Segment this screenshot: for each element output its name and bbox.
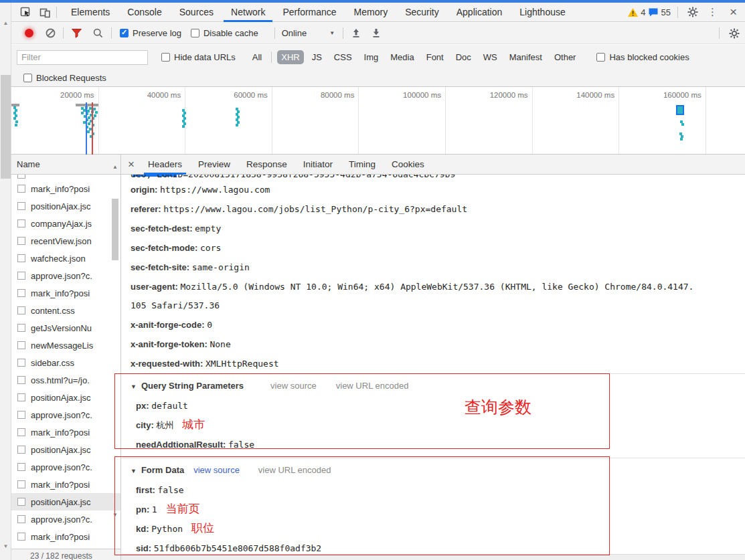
page-scrollbar-thumb[interactable] [1,75,11,179]
record-button[interactable] [25,29,33,37]
detail-tab-initiator[interactable]: Initiator [295,155,341,175]
tab-application[interactable]: Application [448,3,511,22]
request-row[interactable]: oss.html?u=/jo. [11,371,120,389]
fd-view-source-link[interactable]: view source [193,465,240,475]
blocked-requests-label: Blocked Requests [36,73,106,83]
request-row[interactable]: mark_info?posi [11,424,120,441]
detail-tab-preview[interactable]: Preview [190,155,238,175]
request-name: mark_info?posi [31,184,90,194]
request-row[interactable]: sidebar.css [11,354,120,371]
search-icon[interactable] [93,28,103,38]
tab-network[interactable]: Network [222,3,274,22]
type-filter-js[interactable]: JS [308,50,326,64]
timeline-divider [185,87,185,154]
scroll-up-icon[interactable]: ▲ [111,164,119,170]
preserve-log-checkbox[interactable] [120,29,129,37]
clear-icon[interactable] [46,28,56,38]
qsp-view-source-link[interactable]: view source [270,381,317,391]
detail-tab-cookies[interactable]: Cookies [384,155,432,175]
type-filter-css[interactable]: CSS [330,50,356,64]
request-row[interactable]: content.css [11,302,120,319]
warning-icon[interactable] [627,7,639,17]
header-name: x-anit-forge-token: [131,339,210,349]
request-row[interactable]: mark_info?posi [11,180,120,197]
export-har-icon[interactable] [371,28,381,38]
message-count[interactable]: 55 [661,7,670,17]
detail-tab-headers[interactable]: Headers [140,155,190,175]
blocked-requests-checkbox[interactable] [23,74,32,82]
section-divider [121,373,745,374]
timeline-overview[interactable]: 20000 ms40000 ms60000 ms80000 ms100000 m… [11,87,745,155]
request-row[interactable]: positionAjax.jsc [11,197,120,215]
settings-gear-icon[interactable] [682,7,703,17]
scroll-up-icon[interactable]: ▲ [0,20,11,27]
request-row[interactable]: recentView.json [11,232,120,250]
kebab-menu-icon[interactable]: ⋮ [703,6,722,18]
header-line: x-requested-with: XMLHttpRequest [131,354,745,373]
page-scrollbar[interactable]: ▲ ▼ [0,3,11,560]
type-filter-all[interactable]: All [248,50,266,64]
filter-bar: Hide data URLs AllXHRJSCSSImgMediaFontDo… [11,45,745,70]
request-file-icon [17,463,25,471]
qsp-view-url-encoded-link[interactable]: view URL encoded [336,381,409,391]
triangle-down-icon[interactable]: ▼ [131,468,137,474]
request-list-scrollbar[interactable]: ▲ ▼ [111,155,119,529]
request-scrollbar-thumb[interactable] [112,199,118,260]
header-value: https://www.lagou.com [160,185,270,195]
type-filter-manifest[interactable]: Manifest [505,50,546,64]
triangle-down-icon[interactable]: ▼ [131,383,137,390]
fd-view-url-encoded-link[interactable]: view URL encoded [258,465,331,475]
type-filter-xhr[interactable]: XHR [277,50,303,64]
request-row[interactable]: getJsVersionNu [11,319,120,337]
request-row[interactable]: positionAjax.jsc [11,493,120,510]
request-row[interactable]: companyAjax.js [11,215,120,232]
type-filter-other[interactable]: Other [550,50,580,64]
request-row[interactable]: positionAjax.jsc [11,441,120,458]
import-har-icon[interactable] [351,28,361,38]
hide-data-urls-checkbox[interactable] [161,53,170,62]
request-row[interactable]: mark_info?posi [11,528,120,545]
request-row[interactable]: mark_info?posi [11,476,120,493]
tab-sources[interactable]: Sources [171,3,222,22]
request-row[interactable]: newMessageLis [11,337,120,354]
request-row[interactable]: approve.json?c. [11,267,120,284]
name-column-header[interactable]: Name [11,155,120,175]
filter-input[interactable] [17,50,148,65]
device-toolbar-icon[interactable] [39,7,51,18]
request-row[interactable]: approve.json?c. [11,406,120,424]
inspect-element-icon[interactable] [20,7,31,18]
detail-tab-response[interactable]: Response [238,155,295,175]
type-filter-media[interactable]: Media [386,50,418,64]
tab-elements[interactable]: Elements [62,3,118,22]
request-row[interactable]: positionAjax.jsc [11,389,120,406]
tab-performance[interactable]: Performance [274,3,345,22]
warning-count[interactable]: 4 [641,7,645,17]
tab-console[interactable]: Console [118,3,170,22]
message-bubble-icon[interactable] [648,7,659,17]
request-row[interactable]: approve.json?c. [11,458,120,476]
scroll-down-icon[interactable]: ▼ [0,543,11,550]
divider [271,52,272,63]
disable-cache-checkbox[interactable] [191,29,199,37]
request-row[interactable]: approve.json?c. [11,510,120,528]
type-filter-ws[interactable]: WS [479,50,501,64]
network-settings-gear-icon[interactable] [724,28,745,39]
scroll-down-icon[interactable]: ▼ [111,512,119,518]
filter-funnel-icon[interactable] [71,28,82,38]
form-data-section-header: ▼Form Dataview sourceview URL encoded [131,460,745,480]
detail-tab-timing[interactable]: Timing [341,155,384,175]
horizontal-scrollbar-track[interactable] [121,554,745,560]
tab-security[interactable]: Security [396,3,448,22]
request-row[interactable]: wafcheck.json [11,250,120,267]
type-filter-img[interactable]: Img [360,50,383,64]
request-row[interactable]: mark_info?posi [11,284,120,302]
has-blocked-cookies-checkbox[interactable] [596,53,605,62]
close-details-icon[interactable]: × [121,158,140,171]
tab-lighthouse[interactable]: Lighthouse [511,3,574,22]
type-filter-doc[interactable]: Doc [452,50,475,64]
throttling-dropdown[interactable]: Online ▼ [282,28,335,38]
type-filter-font[interactable]: Font [422,50,448,64]
tab-memory[interactable]: Memory [345,3,397,22]
param-line: px: default [131,396,745,415]
close-devtools-icon[interactable]: × [722,5,745,19]
